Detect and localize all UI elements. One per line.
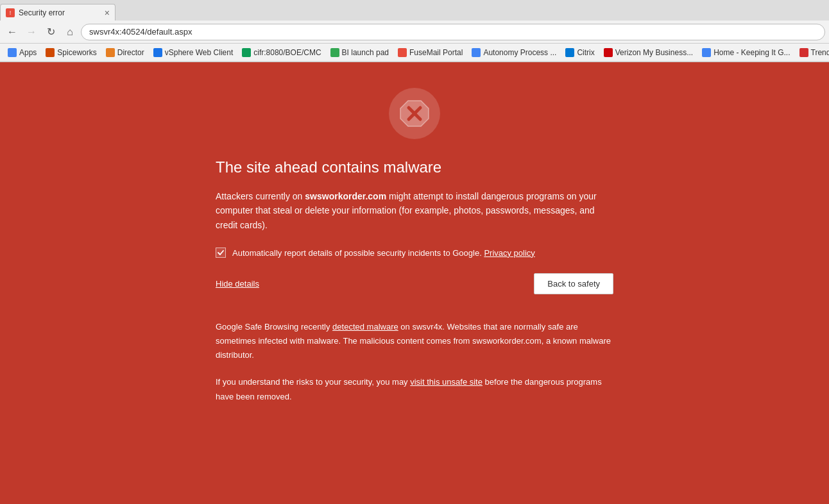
back-button[interactable]: ← [4, 24, 21, 40]
bookmark-cifr[interactable]: cifr:8080/BOE/CMC [238, 47, 325, 58]
warning-icon-container [216, 88, 613, 139]
visit-unsafe-site-link[interactable]: visit this unsafe site [410, 377, 483, 387]
bookmarks-bar: Apps Spiceworks Director vSphere Web Cli… [0, 44, 829, 62]
bookmark-trend[interactable]: Trend M... [796, 47, 829, 58]
reload-button[interactable]: ↻ [42, 24, 59, 40]
back-to-safety-button[interactable]: Back to safety [534, 273, 613, 294]
bookmark-home-icon [702, 48, 711, 57]
details-paragraph-2: If you understand the risks to your secu… [216, 375, 613, 403]
bookmark-trend-icon [799, 48, 808, 57]
warning-content: The site ahead contains malware Attacker… [216, 88, 613, 404]
bookmark-spiceworks[interactable]: Spiceworks [42, 47, 100, 58]
bookmark-autonomy[interactable]: Autonomy Process ... [468, 47, 560, 58]
warning-domain: swsworkorder.com [305, 191, 386, 201]
warning-body-text: Attackers currently on swsworkorder.com … [216, 189, 613, 232]
report-checkbox[interactable] [216, 248, 226, 258]
bookmark-apps-icon [8, 48, 17, 57]
actions-area: Hide details Back to safety [216, 273, 613, 294]
bookmark-fusemail-label: FuseMail Portal [409, 48, 463, 57]
bookmark-home-label: Home - Keeping It G... [714, 48, 790, 57]
bookmark-fusemail-icon [398, 48, 407, 57]
bookmark-vsphere-label: vSphere Web Client [165, 48, 234, 57]
forward-button[interactable]: → [23, 24, 40, 40]
details-paragraph-1: Google Safe Browsing recently detected m… [216, 320, 613, 362]
bookmark-autonomy-icon [472, 48, 481, 57]
hide-details-link[interactable]: Hide details [216, 279, 259, 289]
bookmark-apps-label: Apps [19, 48, 37, 57]
bookmark-cifr-label: cifr:8080/BOE/CMC [253, 48, 321, 57]
bookmark-bi-icon [330, 48, 339, 57]
bookmark-home[interactable]: Home - Keeping It G... [698, 47, 794, 58]
bookmark-citrix[interactable]: Citrix [561, 47, 598, 58]
bookmark-director-icon [106, 48, 115, 57]
details-section: Google Safe Browsing recently detected m… [216, 320, 613, 403]
bookmark-trend-label: Trend M... [811, 48, 829, 57]
tab-favicon: ! [6, 8, 15, 17]
bookmark-fusemail[interactable]: FuseMail Portal [394, 47, 466, 58]
warning-page: The site ahead contains malware Attacker… [0, 62, 829, 504]
bookmark-bi-label: BI launch pad [342, 48, 389, 57]
bookmark-cifr-icon [242, 48, 251, 57]
bookmark-spiceworks-label: Spiceworks [57, 48, 96, 57]
tab-close-button[interactable]: × [105, 8, 110, 17]
bookmark-director[interactable]: Director [102, 47, 148, 58]
bookmark-apps[interactable]: Apps [4, 47, 40, 58]
home-button[interactable]: ⌂ [62, 24, 78, 40]
bookmark-verizon-label: Verizon My Business... [615, 48, 693, 57]
checkmark-icon [217, 249, 225, 256]
navigation-bar: ← → ↻ ⌂ [0, 21, 829, 44]
tab-bar: ! Security error × [0, 0, 829, 21]
bookmark-vsphere[interactable]: vSphere Web Client [150, 47, 237, 58]
bookmark-citrix-icon [565, 48, 574, 57]
warning-shield-icon [389, 88, 440, 139]
bookmark-citrix-label: Citrix [577, 48, 594, 57]
privacy-policy-link[interactable]: Privacy policy [484, 248, 534, 258]
bookmark-verizon[interactable]: Verizon My Business... [600, 47, 697, 58]
bookmark-vsphere-icon [153, 48, 162, 57]
browser-chrome: ! Security error × ← → ↻ ⌂ Apps Spicewor… [0, 0, 829, 62]
bookmark-autonomy-label: Autonomy Process ... [483, 48, 556, 57]
tab-title: Security error [19, 8, 101, 17]
detected-malware-link[interactable]: detected malware [332, 322, 398, 332]
x-icon-svg [398, 97, 431, 130]
active-tab[interactable]: ! Security error × [0, 4, 115, 21]
warning-heading: The site ahead contains malware [216, 158, 613, 176]
checkbox-label: Automatically report details of possible… [232, 248, 535, 258]
bookmark-bi[interactable]: BI launch pad [327, 47, 393, 58]
bookmark-verizon-icon [604, 48, 613, 57]
checkbox-area: Automatically report details of possible… [216, 248, 613, 258]
bookmark-spiceworks-icon [46, 48, 55, 57]
bookmark-director-label: Director [117, 48, 144, 57]
address-bar[interactable] [81, 24, 825, 40]
warning-body-part1: Attackers currently on [216, 191, 305, 201]
